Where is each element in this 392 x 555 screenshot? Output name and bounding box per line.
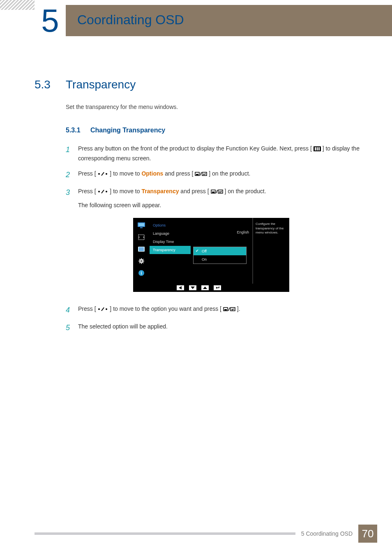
step-text: ] to move to — [110, 170, 141, 177]
monitor-icon — [137, 222, 145, 229]
step-text: and press [ — [165, 170, 193, 177]
svg-rect-19 — [139, 247, 144, 248]
svg-rect-13 — [218, 190, 223, 193]
svg-point-38 — [106, 308, 107, 310]
subsection-heading: 5.3.1 Changing Transparency — [66, 127, 367, 134]
svg-point-5 — [106, 173, 107, 175]
footer-bar — [35, 532, 295, 535]
svg-point-4 — [98, 173, 100, 175]
svg-rect-20 — [139, 249, 144, 250]
svg-point-10 — [106, 191, 107, 192]
step-text: The following screen will appear. — [78, 201, 367, 210]
svg-point-23 — [141, 260, 142, 262]
step-1: 1 Press any button on the front of the p… — [66, 144, 367, 163]
svg-rect-8 — [202, 172, 207, 176]
step-text: Press [ — [78, 170, 97, 177]
step-text: Press [ — [78, 188, 97, 194]
step-text: and press [ — [180, 188, 209, 194]
svg-line-30 — [143, 259, 144, 260]
step-text: Press any button on the front of the pro… — [78, 145, 314, 152]
step-number: 3 — [66, 187, 78, 210]
step-body: The selected option will be applied. — [78, 322, 367, 334]
subsection-title: Changing Transparency — [90, 127, 165, 134]
step-2: 2 Press [ ] to move to Options and press… — [66, 169, 367, 181]
osd-option-label: Off — [202, 249, 207, 253]
nav-down-icon — [189, 285, 196, 290]
step-text: ] to move to the option you want and pre… — [110, 305, 221, 312]
svg-line-29 — [143, 263, 144, 264]
step-body: Press any button on the front of the pro… — [78, 144, 367, 163]
step-body: Press [ ] to move to Transparency and pr… — [78, 187, 367, 210]
svg-text:i: i — [141, 271, 142, 275]
svg-rect-21 — [139, 250, 144, 251]
subsection-number: 5.3.1 — [66, 127, 90, 134]
osd-menu-list: Options Language Display Time Transparen… — [150, 218, 191, 284]
svg-rect-1 — [315, 147, 316, 150]
list-icon — [137, 246, 145, 252]
osd-item-language: Language — [150, 229, 191, 238]
osd-help-text: Configure the transparency of the menu w… — [252, 218, 289, 284]
section-intro: Set the transparency for the menu window… — [66, 104, 367, 110]
chapter-number: 5 — [41, 5, 59, 37]
square-slash-enter-icon — [223, 305, 235, 314]
step-text: ]. — [237, 305, 240, 312]
osd-screenshot: i Options Language Display Time Transpar… — [133, 218, 289, 292]
step-number: 4 — [66, 304, 78, 316]
info-icon: i — [137, 270, 145, 276]
svg-point-9 — [98, 191, 100, 192]
dot-slash-dot-icon — [97, 187, 108, 197]
osd-item-display-time: Display Time — [150, 238, 191, 246]
step-text: ] on the product. — [209, 170, 250, 177]
keyword-transparency: Transparency — [141, 188, 179, 194]
svg-line-31 — [139, 263, 140, 264]
nav-enter-icon — [214, 285, 221, 290]
svg-rect-40 — [224, 309, 227, 310]
osd-body: i Options Language Display Time Transpar… — [133, 218, 289, 284]
svg-marker-35 — [191, 287, 195, 289]
svg-marker-36 — [203, 287, 207, 289]
step-number: 1 — [66, 144, 78, 163]
osd-item-transparency: Transparency — [150, 246, 191, 254]
osd-submenu-area: English ✔ Off On — [191, 218, 252, 284]
step-text: Press [ — [78, 305, 97, 312]
step-5: 5 The selected option will be applied. — [66, 322, 367, 334]
svg-rect-12 — [212, 192, 214, 193]
svg-rect-41 — [231, 308, 235, 311]
svg-point-37 — [98, 308, 100, 310]
menu-icon — [314, 145, 321, 154]
nav-left-icon — [177, 285, 184, 290]
svg-rect-16 — [140, 227, 143, 228]
osd-language-value: English — [237, 230, 249, 234]
osd-sidebar-icons: i — [133, 218, 150, 284]
page-content: 5.3 Transparency Set the transparency fo… — [35, 78, 367, 340]
osd-category-title: Options — [150, 221, 191, 229]
section-heading: 5.3 Transparency — [35, 78, 367, 91]
step-number: 2 — [66, 169, 78, 181]
page-footer: 5 Coordinating OSD 70 — [35, 525, 377, 543]
step-number: 5 — [66, 322, 78, 334]
resize-icon — [137, 234, 145, 240]
step-text: ] to move to — [110, 188, 141, 194]
chapter-title: Coordinating OSD — [77, 12, 184, 28]
osd-option-on: On — [194, 255, 246, 264]
svg-rect-15 — [138, 223, 144, 226]
svg-line-28 — [139, 259, 140, 260]
osd-submenu-box: ✔ Off On — [193, 247, 247, 264]
svg-rect-3 — [318, 147, 320, 150]
step-3: 3 Press [ ] to move to Transparency and … — [66, 187, 367, 210]
top-hatch-decoration — [0, 0, 35, 10]
chapter-number-box: 5 — [35, 5, 66, 36]
svg-rect-2 — [316, 147, 318, 150]
osd-nav-bar — [133, 284, 289, 292]
dot-slash-dot-icon — [97, 305, 108, 314]
square-slash-enter-icon — [195, 170, 207, 179]
dot-slash-dot-icon — [97, 170, 108, 179]
svg-marker-34 — [179, 286, 182, 289]
footer-chapter-text: 5 Coordinating OSD — [301, 530, 353, 537]
step-body: Press [ ] to move to the option you want… — [78, 304, 367, 316]
check-icon: ✔ — [196, 249, 199, 253]
step-body: Press [ ] to move to Options and press [… — [78, 169, 367, 181]
footer-page-number: 70 — [358, 525, 377, 543]
gear-icon — [137, 258, 145, 264]
osd-option-off: ✔ Off — [194, 247, 246, 255]
